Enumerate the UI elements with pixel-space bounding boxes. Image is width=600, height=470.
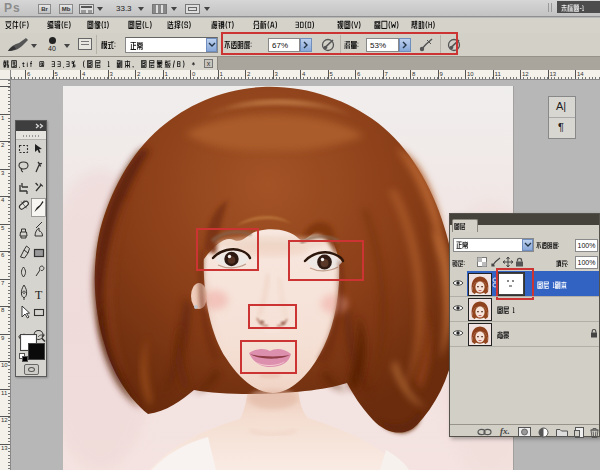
svg-text:T: T	[35, 288, 43, 302]
